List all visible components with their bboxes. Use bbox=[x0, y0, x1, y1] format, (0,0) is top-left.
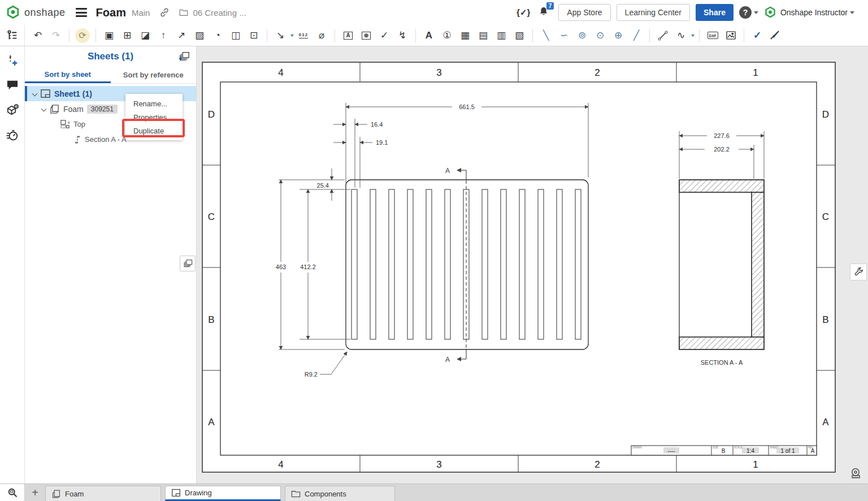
note-button[interactable]: A bbox=[340, 27, 357, 44]
surface-finish-button[interactable]: ✓ bbox=[376, 27, 393, 44]
notifications-button[interactable]: 7 bbox=[538, 6, 549, 20]
menu-item-rename[interactable]: Rename... bbox=[125, 97, 183, 110]
tab-foam-label: Foam bbox=[65, 490, 84, 498]
bom-table-button[interactable]: ▤ bbox=[475, 27, 492, 44]
update-views-button[interactable]: ⟳ bbox=[74, 27, 91, 44]
spline-dropdown-caret[interactable] bbox=[691, 34, 695, 37]
projected-view-button[interactable]: ⊞ bbox=[119, 27, 136, 44]
svg-text:?: ? bbox=[15, 104, 18, 108]
menu-item-properties[interactable]: Properties... bbox=[125, 110, 183, 124]
sheet-item-label: Sheet1 (1) bbox=[54, 89, 92, 98]
centerline-bisector-button[interactable]: ╱ bbox=[628, 27, 645, 44]
versions-icon[interactable]: {✓} bbox=[517, 7, 530, 18]
comments-icon[interactable] bbox=[5, 77, 20, 93]
table-button[interactable]: ▦ bbox=[457, 27, 474, 44]
export-dxf-button[interactable]: DXF bbox=[704, 27, 721, 44]
stacked-sheets-icon bbox=[183, 258, 193, 269]
svg-text:B: B bbox=[722, 448, 726, 454]
sketch-spline-button[interactable]: ∿ bbox=[672, 27, 689, 44]
redo-button[interactable]: ↷ bbox=[47, 27, 64, 44]
partial-section-button[interactable]: ◔ bbox=[209, 27, 226, 44]
tab-foam[interactable]: Foam bbox=[45, 486, 161, 501]
centerline-two-lines-button[interactable]: ∽ bbox=[555, 27, 572, 44]
detail-view-button[interactable]: ▨ bbox=[191, 27, 208, 44]
hole-table-button[interactable]: ▥ bbox=[493, 27, 510, 44]
sheets-panel-toggle[interactable] bbox=[5, 28, 20, 44]
search-icon bbox=[7, 487, 18, 498]
centerline-button[interactable]: ╲ bbox=[537, 27, 554, 44]
insert-image-button[interactable] bbox=[722, 27, 739, 44]
insert-view-button[interactable]: ▣ bbox=[101, 27, 118, 44]
menu-item-duplicate[interactable]: Duplicate bbox=[125, 124, 183, 137]
tab-sort-by-reference[interactable]: Sort by reference bbox=[111, 67, 197, 83]
tab-drawing[interactable]: Drawing bbox=[165, 486, 281, 501]
user-caret-icon[interactable] bbox=[850, 11, 854, 14]
move-view-button[interactable]: ↑ bbox=[155, 27, 172, 44]
center-mark-arc-button[interactable]: ⊙ bbox=[592, 27, 609, 44]
crop-view-button[interactable]: ⊡ bbox=[245, 27, 262, 44]
transform-view-button[interactable]: ↗ bbox=[173, 27, 190, 44]
svg-text:1: 1 bbox=[753, 459, 758, 470]
tab-sort-by-sheet[interactable]: Sort by sheet bbox=[25, 67, 111, 83]
document-location[interactable]: 06 Creating ... bbox=[178, 7, 246, 18]
performance-icon[interactable] bbox=[5, 127, 20, 142]
drawing-sheet: 4321 4321 DCBA DCBA A bbox=[197, 46, 868, 483]
workspace-name[interactable]: Main bbox=[132, 8, 150, 18]
tab-drawing-label: Drawing bbox=[185, 489, 212, 497]
add-tab-button[interactable]: + bbox=[25, 484, 45, 501]
follow-mode-icon[interactable]: ? bbox=[5, 102, 20, 118]
inspect-off-button[interactable]: ✓ bbox=[767, 27, 784, 44]
diameter-dimension-button[interactable]: ⌀ bbox=[313, 27, 330, 44]
text-button[interactable]: A bbox=[420, 27, 437, 44]
svg-text:1:4: 1:4 bbox=[747, 448, 754, 454]
view-section-label: Section A - A bbox=[85, 135, 127, 144]
sketch-line-button[interactable] bbox=[654, 27, 671, 44]
onshape-logo[interactable]: onshape bbox=[6, 5, 66, 20]
view-tools-button[interactable] bbox=[850, 264, 867, 280]
center-mark-button[interactable]: ⊕ bbox=[610, 27, 627, 44]
undo-button[interactable]: ↶ bbox=[29, 27, 46, 44]
svg-text:1: 1 bbox=[753, 67, 758, 78]
help-button[interactable]: ? bbox=[739, 6, 752, 19]
cut-list-table-button[interactable]: ▧ bbox=[511, 27, 528, 44]
svg-text:R9.2: R9.2 bbox=[305, 371, 318, 378]
title-block: DRAWN SIZE SCALE SHEET REV ---- B 1:4 1 … bbox=[631, 446, 817, 455]
weld-symbol-button[interactable]: ↯ bbox=[394, 27, 411, 44]
folder-label: 06 Creating ... bbox=[193, 8, 246, 18]
app-store-button[interactable]: App Store bbox=[558, 4, 610, 21]
learning-center-button[interactable]: Learning Center bbox=[617, 4, 690, 21]
folder-icon bbox=[178, 7, 189, 18]
inspect-on-button[interactable]: ✓ bbox=[749, 27, 766, 44]
geometric-tolerance-button[interactable]: ⊕ bbox=[358, 27, 375, 44]
svg-text:D: D bbox=[208, 109, 215, 120]
measure-tool-button[interactable] bbox=[848, 465, 865, 482]
svg-text:227.6: 227.6 bbox=[714, 132, 730, 139]
share-link-icon[interactable] bbox=[159, 7, 170, 18]
chevron-down-icon[interactable] bbox=[32, 91, 38, 97]
sheet-navigator-button[interactable] bbox=[180, 256, 196, 271]
ordinate-dimension-button[interactable]: 012 bbox=[295, 27, 312, 44]
share-button[interactable]: Share bbox=[696, 4, 734, 21]
svg-text:4: 4 bbox=[278, 67, 283, 78]
svg-text:A: A bbox=[445, 356, 450, 364]
tab-components[interactable]: Components bbox=[285, 486, 395, 501]
help-caret-icon[interactable] bbox=[754, 11, 758, 14]
add-sheet-button[interactable] bbox=[178, 51, 190, 64]
broken-view-button[interactable]: ◫ bbox=[227, 27, 244, 44]
chevron-down-icon[interactable] bbox=[41, 106, 47, 112]
auxiliary-view-button[interactable]: ◪ bbox=[137, 27, 154, 44]
callout-button[interactable]: ① bbox=[439, 27, 455, 44]
svg-text:202.2: 202.2 bbox=[714, 146, 730, 153]
svg-text:463: 463 bbox=[276, 264, 286, 270]
insert-item-icon[interactable] bbox=[5, 52, 20, 68]
brand-text: onshape bbox=[24, 7, 66, 19]
center-mark-pattern-button[interactable]: ⊚ bbox=[574, 27, 591, 44]
user-account-label[interactable]: Onshape Instructor bbox=[780, 8, 848, 17]
onshape-app: { "header": { "brand": "onshape", "doc_t… bbox=[0, 0, 868, 501]
search-tabs-button[interactable] bbox=[0, 484, 25, 501]
account-logo-icon bbox=[764, 6, 776, 19]
dimension-button[interactable]: ↘ bbox=[272, 27, 289, 44]
dimension-dropdown-caret[interactable] bbox=[290, 34, 294, 37]
hamburger-menu-icon[interactable] bbox=[76, 8, 87, 17]
drawing-canvas[interactable]: 4321 4321 DCBA DCBA A bbox=[197, 46, 868, 483]
